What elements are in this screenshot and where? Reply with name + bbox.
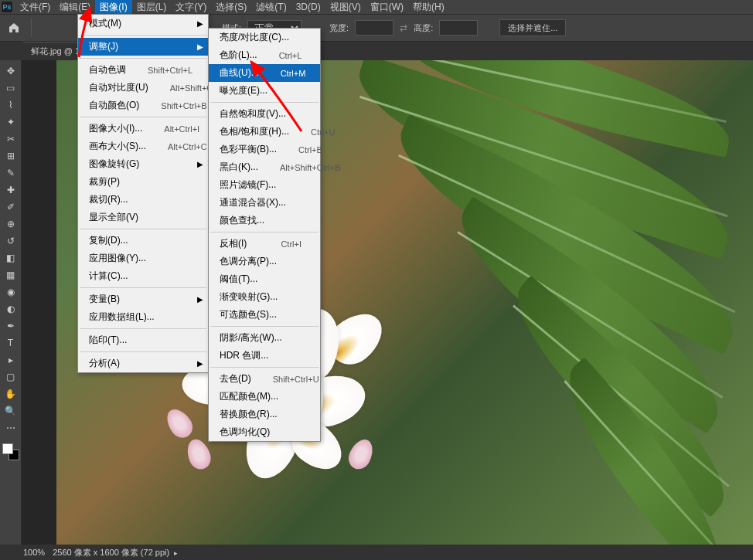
submenu-arrow-icon: ▶ <box>197 42 203 51</box>
crop-tool-icon[interactable]: ✂ <box>2 131 19 147</box>
menu-levels[interactable]: 色阶(L)...Ctrl+L <box>209 46 320 64</box>
menu-canvas-size[interactable]: 画布大小(S)...Alt+Ctrl+C <box>78 137 208 155</box>
menu-auto-contrast[interactable]: 自动对比度(U)Alt+Shift+Ctrl+L <box>78 79 208 97</box>
menu-vibrance[interactable]: 自然饱和度(V)... <box>209 105 320 123</box>
menu-equalize[interactable]: 色调均化(Q) <box>209 423 320 441</box>
menu-threshold[interactable]: 阈值(T)... <box>209 270 320 288</box>
menu-posterize[interactable]: 色调分离(P)... <box>209 253 320 270</box>
tools-panel: ✥ ▭ ⌇ ✦ ✂ ⊞ ✎ ✚ ✐ ⊕ ↺ ◧ ▦ ◉ ◐ ✒ T ▸ ▢ ✋ … <box>0 60 22 545</box>
ps-logo: Ps <box>2 2 12 12</box>
type-tool-icon[interactable]: T <box>2 335 19 351</box>
adjustments-submenu: 亮度/对比度(C)... 色阶(L)...Ctrl+L 曲线(U)...Ctrl… <box>208 28 321 442</box>
path-select-tool-icon[interactable]: ▸ <box>2 352 19 368</box>
menu-calculations[interactable]: 计算(C)... <box>78 267 208 285</box>
menu-auto-color[interactable]: 自动颜色(O)Shift+Ctrl+B <box>78 97 208 114</box>
menu-duplicate[interactable]: 复制(D)... <box>78 232 208 249</box>
dodge-tool-icon[interactable]: ◐ <box>2 301 19 317</box>
width-label: 宽度: <box>329 22 349 34</box>
menu-crop[interactable]: 裁剪(P) <box>78 173 208 191</box>
edit-toolbar-icon[interactable]: ⋯ <box>2 420 19 436</box>
hand-tool-icon[interactable]: ✋ <box>2 386 19 402</box>
stamp-tool-icon[interactable]: ⊕ <box>2 216 19 232</box>
menu-curves[interactable]: 曲线(U)...Ctrl+M <box>209 64 320 82</box>
menu-color-balance[interactable]: 色彩平衡(B)...Ctrl+B <box>209 141 320 158</box>
zoom-tool-icon[interactable]: 🔍 <box>2 403 19 419</box>
menu-window[interactable]: 窗口(W) <box>366 0 408 15</box>
menu-selective-color[interactable]: 可选颜色(S)... <box>209 306 320 324</box>
blur-tool-icon[interactable]: ◉ <box>2 284 19 300</box>
menu-gradient-map[interactable]: 渐变映射(G)... <box>209 288 320 306</box>
menu-select[interactable]: 选择(S) <box>211 0 251 15</box>
menu-channel-mixer[interactable]: 通道混合器(X)... <box>209 194 320 212</box>
menu-replace-color[interactable]: 替换颜色(R)... <box>209 406 320 423</box>
menu-layer[interactable]: 图层(L) <box>132 0 172 15</box>
healing-tool-icon[interactable]: ✚ <box>2 182 19 198</box>
menu-color-lookup[interactable]: 颜色查找... <box>209 212 320 229</box>
menu-photo-filter[interactable]: 照片滤镜(F)... <box>209 176 320 194</box>
menu-analysis[interactable]: 分析(A)▶ <box>78 355 208 372</box>
submenu-arrow-icon: ▶ <box>197 359 203 368</box>
menu-image-rotation[interactable]: 图像旋转(G)▶ <box>78 155 208 173</box>
menu-invert[interactable]: 反相(I)Ctrl+I <box>209 235 320 253</box>
menu-black-white[interactable]: 黑白(K)...Alt+Shift+Ctrl+B <box>209 158 320 176</box>
history-brush-tool-icon[interactable]: ↺ <box>2 233 19 249</box>
height-input[interactable] <box>439 20 478 36</box>
menubar: Ps 文件(F) 编辑(E) 图像(I) 图层(L) 文字(Y) 选择(S) 滤… <box>0 0 753 14</box>
menu-reveal-all[interactable]: 显示全部(V) <box>78 209 208 226</box>
frame-tool-icon[interactable]: ⊞ <box>2 148 19 164</box>
menu-adjustments[interactable]: 调整(J)▶ <box>78 38 208 56</box>
menu-desaturate[interactable]: 去色(D)Shift+Ctrl+U <box>209 370 320 388</box>
eyedropper-tool-icon[interactable]: ✎ <box>2 165 19 181</box>
menu-trim[interactable]: 裁切(R)... <box>78 191 208 209</box>
foreground-color[interactable] <box>2 443 13 454</box>
separator <box>31 19 32 37</box>
menu-apply-image[interactable]: 应用图像(Y)... <box>78 249 208 267</box>
submenu-arrow-icon: ▶ <box>197 295 203 304</box>
home-icon[interactable] <box>3 17 25 39</box>
status-bar: 100% 2560 像素 x 1600 像素 (72 ppi) <box>0 545 753 560</box>
menu-hdr-toning[interactable]: HDR 色调... <box>209 347 320 365</box>
move-tool-icon[interactable]: ✥ <box>2 63 19 79</box>
brush-tool-icon[interactable]: ✐ <box>2 199 19 215</box>
shape-tool-icon[interactable]: ▢ <box>2 369 19 385</box>
gradient-tool-icon[interactable]: ▦ <box>2 267 19 283</box>
menu-auto-tone[interactable]: 自动色调Shift+Ctrl+L <box>78 61 208 79</box>
document-dimensions: 2560 像素 x 1600 像素 (72 ppi) <box>53 547 178 558</box>
menu-help[interactable]: 帮助(H) <box>408 0 449 15</box>
menu-mode[interactable]: 模式(M)▶ <box>78 15 208 32</box>
menu-exposure[interactable]: 曝光度(E)... <box>209 82 320 100</box>
menu-image[interactable]: 图像(I) <box>95 0 131 15</box>
menu-hue-saturation[interactable]: 色相/饱和度(H)...Ctrl+U <box>209 123 320 141</box>
menu-edit[interactable]: 编辑(E) <box>55 0 95 15</box>
color-swatches[interactable] <box>2 443 19 460</box>
lasso-tool-icon[interactable]: ⌇ <box>2 97 19 113</box>
menu-trap[interactable]: 陷印(T)... <box>78 331 208 349</box>
zoom-level[interactable]: 100% <box>23 548 45 557</box>
pen-tool-icon[interactable]: ✒ <box>2 318 19 334</box>
submenu-arrow-icon: ▶ <box>197 19 203 28</box>
link-icon[interactable]: ⇄ <box>400 22 407 33</box>
menu-file[interactable]: 文件(F) <box>15 0 55 15</box>
height-label: 高度: <box>414 22 433 34</box>
menu-3d[interactable]: 3D(D) <box>291 0 325 14</box>
menu-image-size[interactable]: 图像大小(I)...Alt+Ctrl+I <box>78 120 208 137</box>
quick-select-tool-icon[interactable]: ✦ <box>2 114 19 130</box>
menu-apply-data-set[interactable]: 应用数据组(L)... <box>78 308 208 326</box>
width-input[interactable] <box>355 20 394 36</box>
menu-filter[interactable]: 滤镜(T) <box>251 0 291 15</box>
menu-match-color[interactable]: 匹配颜色(M)... <box>209 388 320 406</box>
select-and-mask-button[interactable]: 选择并遮住... <box>499 19 566 36</box>
menu-variables[interactable]: 变量(B)▶ <box>78 290 208 308</box>
menu-view[interactable]: 视图(V) <box>325 0 366 15</box>
menu-brightness-contrast[interactable]: 亮度/对比度(C)... <box>209 29 320 46</box>
marquee-tool-icon[interactable]: ▭ <box>2 80 19 96</box>
menu-type[interactable]: 文字(Y) <box>171 0 211 15</box>
submenu-arrow-icon: ▶ <box>197 160 203 168</box>
image-menu-dropdown: 模式(M)▶ 调整(J)▶ 自动色调Shift+Ctrl+L 自动对比度(U)A… <box>77 14 209 373</box>
eraser-tool-icon[interactable]: ◧ <box>2 250 19 266</box>
menu-shadows-highlights[interactable]: 阴影/高光(W)... <box>209 329 320 347</box>
